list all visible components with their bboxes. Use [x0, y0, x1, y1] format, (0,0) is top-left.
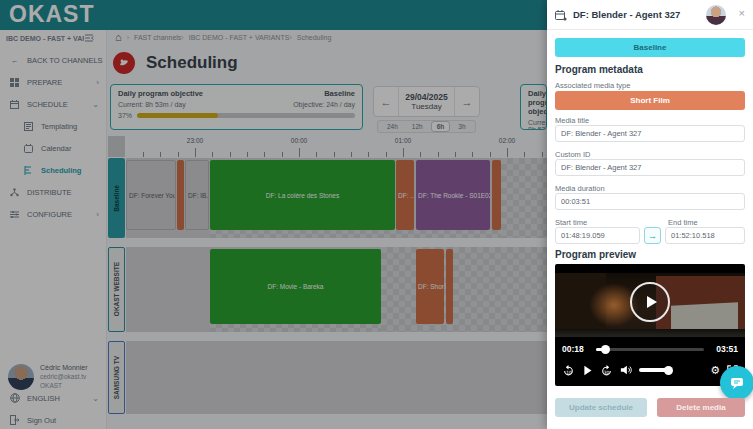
end-time-label: End time — [668, 218, 698, 227]
zoom-option-12h[interactable]: 12h — [406, 121, 429, 132]
sidebar-item-back-to-channels[interactable]: ← BACK TO CHANNELS — [0, 52, 107, 68]
sidebar-item-scheduling[interactable]: Scheduling — [0, 162, 107, 178]
user-avatar[interactable] — [8, 364, 34, 390]
ruler-tick — [334, 152, 335, 157]
ruler-tick — [264, 152, 265, 157]
templating-icon — [23, 121, 34, 132]
hour-label: 23:00 — [187, 137, 203, 144]
current-date[interactable]: 29/04/2025 Tuesday — [398, 87, 455, 116]
program-block[interactable]: DF: The Rookie - S01E02 — [416, 160, 490, 230]
ruler-tick — [542, 152, 543, 157]
user-email: cedric@okast.tv — [40, 373, 86, 380]
ruler-tick — [490, 152, 491, 157]
timeline-ruler: 23:0000:0001:0002:00 — [126, 136, 547, 157]
video-progress-row: 00:18 03:51 — [555, 342, 745, 356]
date-navigator: ← 29/04/2025 Tuesday → — [373, 86, 480, 117]
settings-gear-icon[interactable]: ⚙ — [710, 364, 720, 377]
schedule-row-okast-website: DF: Movie - BarekaDF: Shor... — [126, 247, 547, 332]
replay-10-icon[interactable]: 10 — [562, 364, 575, 377]
media-duration-input[interactable] — [555, 193, 745, 210]
sidebar-item-templating[interactable]: Templating — [0, 118, 107, 134]
breadcrumb-item[interactable]: Scheduling — [297, 34, 332, 41]
video-seekbar[interactable] — [596, 348, 704, 351]
sidebar: IBC DEMO - FAST + VARI... ← BACK TO CHAN… — [0, 30, 107, 429]
sidebar-item-configure[interactable]: CONFIGURE › — [0, 206, 107, 222]
row-label-okast-website[interactable]: OKAST WEBSITE — [108, 247, 125, 332]
program-block[interactable]: DF: IB... — [185, 160, 209, 230]
program-block[interactable] — [177, 160, 184, 230]
zoom-option-3h[interactable]: 3h — [452, 121, 471, 132]
play-icon — [645, 295, 659, 309]
play-button[interactable] — [582, 365, 593, 376]
sign-out-button[interactable]: Sign Out — [0, 412, 107, 428]
start-time-input[interactable] — [555, 227, 640, 244]
program-block[interactable]: DF: Shor... — [416, 249, 444, 324]
row-label-samsung-tv[interactable]: SAMSUNG TV — [108, 341, 125, 414]
daily-objective-card-2: Daily program objective Current: 8h 53m … — [520, 84, 547, 130]
breadcrumb-item[interactable]: IBC DEMO - FAST + VARIANTS — [189, 34, 290, 41]
ruler-tick — [368, 152, 369, 157]
breadcrumb-separator: › — [289, 34, 291, 41]
end-time-input[interactable] — [665, 227, 745, 244]
ruler-tick — [160, 152, 161, 157]
schedule-row-baseline: DF: Forever YoungDF: IB...DF: La colère … — [126, 158, 547, 238]
custom-id-input[interactable] — [555, 159, 745, 176]
ruler-tick — [143, 152, 144, 157]
breadcrumb-item[interactable]: FAST channels — [134, 34, 181, 41]
close-icon[interactable]: × — [739, 8, 745, 19]
forward-30-icon[interactable]: 30 — [600, 364, 613, 377]
video-current-time: 00:18 — [562, 344, 584, 354]
program-block[interactable]: DF: ... — [396, 160, 414, 230]
ruler-tick — [282, 152, 283, 157]
prev-day-button[interactable]: ← — [374, 87, 398, 116]
main-area: ⌂ ›FAST channels›IBC DEMO - FAST + VARIA… — [107, 30, 547, 429]
page-header: Scheduling — [113, 52, 238, 74]
chevron-right-icon: › — [96, 78, 99, 87]
hour-label: 02:00 — [499, 137, 515, 144]
app-root: OKAST IBC DEMO - FAST + VARI... ← BACK T… — [0, 0, 753, 429]
program-block[interactable] — [492, 160, 501, 230]
grid-icon — [9, 77, 20, 88]
ruler-tick — [472, 152, 473, 157]
media-type-button[interactable]: Short Film — [555, 91, 745, 110]
copy-time-arrow-button[interactable]: → — [644, 227, 661, 244]
sidebar-item-distribute[interactable]: DISTRIBUTE — [0, 184, 107, 200]
row-label-baseline[interactable]: Baseline — [108, 158, 125, 238]
program-detail-panel: DF: Blender - Agent 327 × Baseline Progr… — [547, 0, 753, 429]
home-icon[interactable]: ⌂ — [115, 32, 122, 43]
distribute-icon — [9, 187, 20, 198]
panel-title: DF: Blender - Agent 327 — [573, 9, 680, 20]
ruler-tick — [420, 152, 421, 157]
channel-selector[interactable]: IBC DEMO - FAST + VARI... — [0, 34, 107, 42]
delete-media-button[interactable]: Delete media — [657, 398, 745, 417]
volume-icon[interactable] — [620, 364, 632, 376]
ruler-tick — [403, 148, 404, 157]
ruler-tick — [455, 152, 456, 157]
next-day-button[interactable]: → — [455, 87, 479, 116]
sidebar-item-prepare[interactable]: PREPARE › — [0, 74, 107, 90]
chat-fab[interactable] — [720, 366, 753, 400]
zoom-option-24h[interactable]: 24h — [381, 121, 404, 132]
program-block[interactable]: DF: La colère des Stones — [210, 160, 395, 230]
ruler-tick — [351, 152, 352, 157]
update-schedule-button[interactable]: Update schedule — [555, 398, 647, 417]
media-type-label: Associated media type — [555, 81, 630, 90]
zoom-option-6h[interactable]: 6h — [431, 121, 451, 132]
sidebar-item-schedule[interactable]: SCHEDULE ⌄ — [0, 96, 107, 112]
video-controls: 10 30 ⚙ — [555, 360, 745, 380]
globe-icon — [9, 393, 20, 404]
program-block[interactable]: DF: Movie - Bareka — [210, 249, 381, 324]
program-block[interactable] — [446, 249, 453, 324]
language-selector[interactable]: ENGLISH ⌄ — [0, 390, 107, 406]
objective-variant: Baseline — [324, 89, 355, 98]
variant-baseline-button[interactable]: Baseline — [555, 38, 745, 57]
program-block[interactable]: DF: Forever Young — [126, 160, 176, 230]
volume-slider[interactable] — [639, 368, 669, 372]
daily-objective-card: Daily program objective Baseline Current… — [110, 84, 363, 130]
collapse-sidebar-icon[interactable] — [84, 34, 94, 42]
play-overlay-button[interactable] — [630, 282, 670, 322]
sliders-icon — [9, 209, 20, 220]
sidebar-item-calendar[interactable]: Calendar — [0, 140, 107, 156]
media-title-input[interactable] — [555, 125, 745, 142]
start-time-label: Start time — [555, 218, 587, 227]
